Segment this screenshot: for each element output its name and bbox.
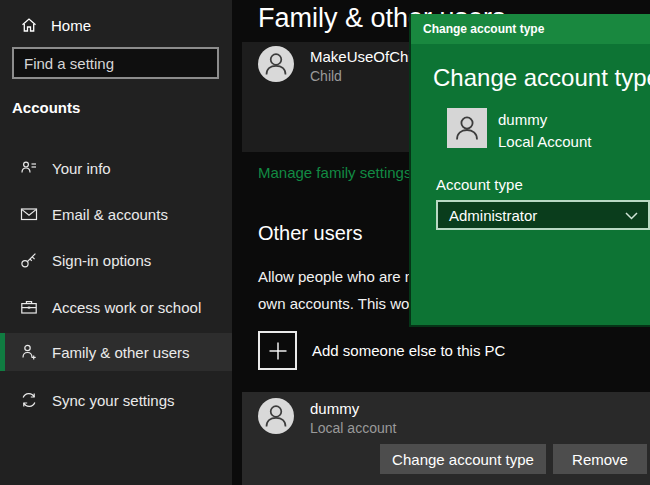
add-user-button[interactable]: Add someone else to this PC [258,331,505,370]
other-user-role: Local account [310,420,396,436]
search-box[interactable] [12,47,219,79]
family-user-role: Child [310,68,342,84]
briefcase-icon [20,298,38,316]
remove-button[interactable]: Remove [553,444,647,474]
account-type-selected-value: Administrator [449,207,537,224]
email-icon [20,205,38,223]
key-icon [20,251,38,269]
sidebar-item-label: Sync your settings [52,392,175,409]
sidebar-item-label: Email & accounts [52,206,168,223]
user-avatar [258,46,294,82]
sidebar-item-family-other-users[interactable]: Family & other users [0,333,232,371]
sidebar-item-access-work-school[interactable]: Access work or school [0,288,232,326]
add-user-label: Add someone else to this PC [312,342,505,359]
sidebar-item-email-accounts[interactable]: Email & accounts [0,195,232,233]
sidebar-item-label: Your info [52,160,111,177]
sidebar: Home Accounts Your info [0,0,232,485]
dialog-heading: Change account type [433,64,650,92]
other-users-description: Allow people who are not own accounts. T… [258,263,426,317]
sidebar-item-your-info[interactable]: Your info [0,149,232,187]
other-user-row[interactable]: dummy Local account Change account type … [242,392,650,485]
plus-icon [258,331,297,370]
family-user-name: MakeUseOfChild [310,48,423,65]
sync-icon [20,391,38,409]
home-icon [20,16,38,34]
dialog-titlebar-label: Change account type [423,22,544,36]
other-user-name: dummy [310,400,359,417]
change-account-type-dialog: Change account type Change account type … [409,14,650,327]
dialog-account-type: Local Account [498,133,591,150]
sidebar-item-label: Family & other users [52,344,190,361]
dialog-account-name: dummy [498,111,547,128]
dialog-titlebar: Change account type [411,14,650,44]
search-input[interactable] [14,55,233,72]
user-avatar [258,398,294,434]
manage-family-settings-link[interactable]: Manage family settings [258,164,411,181]
dialog-user-avatar [447,108,487,148]
family-icon [20,343,38,361]
home-label: Home [51,17,91,34]
other-users-heading: Other users [258,222,362,245]
sidebar-item-home[interactable]: Home [0,8,232,42]
selected-accent-bar [0,333,5,371]
user-card-icon [20,159,38,177]
sidebar-item-label: Access work or school [52,299,201,316]
description-line-2: own accounts. This won't [258,290,426,317]
sidebar-item-sync-settings[interactable]: Sync your settings [0,381,232,419]
account-type-dropdown[interactable]: Administrator [436,200,650,230]
description-line-1: Allow people who are not [258,263,426,290]
sidebar-item-label: Sign-in options [52,252,151,269]
chevron-down-icon [625,212,638,220]
account-type-field-label: Account type [436,176,523,193]
change-account-type-button[interactable]: Change account type [380,444,546,474]
settings-window: Home Accounts Your info [0,0,650,485]
accounts-section-heading: Accounts [12,99,80,116]
sidebar-item-sign-in-options[interactable]: Sign-in options [0,241,232,279]
